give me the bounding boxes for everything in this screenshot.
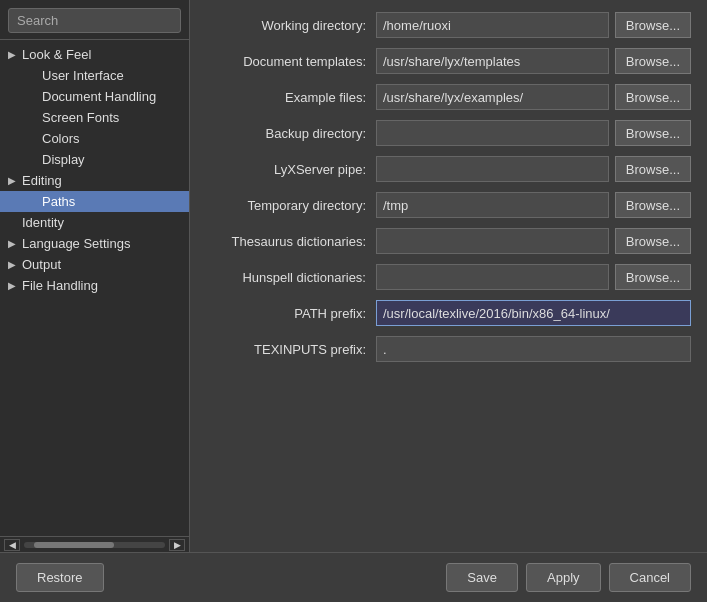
form-row-lyxserver-pipe: LyXServer pipe:Browse...	[206, 156, 691, 182]
sidebar-item-output[interactable]: ▶Output	[0, 254, 189, 275]
search-box	[0, 0, 189, 40]
browse-button-hunspell-dict[interactable]: Browse...	[615, 264, 691, 290]
search-input[interactable]	[8, 8, 181, 33]
form-row-temp-dir: Temporary directory:Browse...	[206, 192, 691, 218]
sidebar-scrollbar: ◀ ▶	[0, 536, 189, 552]
sidebar-label-user-interface: User Interface	[42, 68, 181, 83]
main-layout: ▶Look & FeelUser InterfaceDocument Handl…	[0, 0, 707, 552]
browse-button-example-files[interactable]: Browse...	[615, 84, 691, 110]
browse-button-working-dir[interactable]: Browse...	[615, 12, 691, 38]
sidebar-label-identity: Identity	[22, 215, 181, 230]
sidebar-arrow-look-and-feel: ▶	[8, 49, 22, 60]
form-row-working-dir: Working directory:Browse...	[206, 12, 691, 38]
form-input-path-prefix[interactable]	[376, 300, 691, 326]
sidebar-item-file-handling[interactable]: ▶File Handling	[0, 275, 189, 296]
browse-button-doc-templates[interactable]: Browse...	[615, 48, 691, 74]
sidebar-label-language-settings: Language Settings	[22, 236, 181, 251]
restore-button[interactable]: Restore	[16, 563, 104, 592]
form-label-doc-templates: Document templates:	[206, 54, 376, 69]
sidebar-arrow-file-handling: ▶	[8, 280, 22, 291]
sidebar-label-look-and-feel: Look & Feel	[22, 47, 181, 62]
form-row-path-prefix: PATH prefix:	[206, 300, 691, 326]
sidebar-arrow-output: ▶	[8, 259, 22, 270]
sidebar-label-editing: Editing	[22, 173, 181, 188]
form-input-example-files[interactable]	[376, 84, 609, 110]
sidebar-label-screen-fonts: Screen Fonts	[42, 110, 181, 125]
form-label-backup-dir: Backup directory:	[206, 126, 376, 141]
sidebar: ▶Look & FeelUser InterfaceDocument Handl…	[0, 0, 190, 552]
sidebar-arrow-editing: ▶	[8, 175, 22, 186]
footer-right-buttons: Save Apply Cancel	[446, 563, 691, 592]
form-input-thesaurus-dict[interactable]	[376, 228, 609, 254]
scroll-right-button[interactable]: ▶	[169, 539, 185, 551]
sidebar-label-file-handling: File Handling	[22, 278, 181, 293]
form-label-temp-dir: Temporary directory:	[206, 198, 376, 213]
sidebar-item-document-handling[interactable]: Document Handling	[0, 86, 189, 107]
sidebar-tree: ▶Look & FeelUser InterfaceDocument Handl…	[0, 40, 189, 536]
form-input-hunspell-dict[interactable]	[376, 264, 609, 290]
form-input-temp-dir[interactable]	[376, 192, 609, 218]
sidebar-item-look-and-feel[interactable]: ▶Look & Feel	[0, 44, 189, 65]
sidebar-item-display[interactable]: Display	[0, 149, 189, 170]
form-label-thesaurus-dict: Thesaurus dictionaries:	[206, 234, 376, 249]
content-panel: Working directory:Browse...Document temp…	[190, 0, 707, 552]
sidebar-arrow-language-settings: ▶	[8, 238, 22, 249]
form-input-backup-dir[interactable]	[376, 120, 609, 146]
sidebar-item-screen-fonts[interactable]: Screen Fonts	[0, 107, 189, 128]
form-input-texinputs-prefix[interactable]	[376, 336, 691, 362]
form-label-working-dir: Working directory:	[206, 18, 376, 33]
form-label-path-prefix: PATH prefix:	[206, 306, 376, 321]
sidebar-item-editing[interactable]: ▶Editing	[0, 170, 189, 191]
scroll-track	[24, 542, 165, 548]
form-input-doc-templates[interactable]	[376, 48, 609, 74]
browse-button-temp-dir[interactable]: Browse...	[615, 192, 691, 218]
cancel-button[interactable]: Cancel	[609, 563, 691, 592]
sidebar-label-document-handling: Document Handling	[42, 89, 181, 104]
form-row-hunspell-dict: Hunspell dictionaries:Browse...	[206, 264, 691, 290]
sidebar-label-paths: Paths	[42, 194, 181, 209]
sidebar-label-colors: Colors	[42, 131, 181, 146]
sidebar-label-display: Display	[42, 152, 181, 167]
form-label-hunspell-dict: Hunspell dictionaries:	[206, 270, 376, 285]
sidebar-item-paths[interactable]: Paths	[0, 191, 189, 212]
sidebar-item-colors[interactable]: Colors	[0, 128, 189, 149]
sidebar-item-identity[interactable]: Identity	[0, 212, 189, 233]
form-row-example-files: Example files:Browse...	[206, 84, 691, 110]
browse-button-backup-dir[interactable]: Browse...	[615, 120, 691, 146]
form-input-lyxserver-pipe[interactable]	[376, 156, 609, 182]
form-row-doc-templates: Document templates:Browse...	[206, 48, 691, 74]
browse-button-lyxserver-pipe[interactable]: Browse...	[615, 156, 691, 182]
scroll-thumb	[34, 542, 114, 548]
form-row-texinputs-prefix: TEXINPUTS prefix:	[206, 336, 691, 362]
browse-button-thesaurus-dict[interactable]: Browse...	[615, 228, 691, 254]
save-button[interactable]: Save	[446, 563, 518, 592]
form-input-working-dir[interactable]	[376, 12, 609, 38]
scroll-left-button[interactable]: ◀	[4, 539, 20, 551]
form-label-example-files: Example files:	[206, 90, 376, 105]
apply-button[interactable]: Apply	[526, 563, 601, 592]
sidebar-label-output: Output	[22, 257, 181, 272]
sidebar-item-language-settings[interactable]: ▶Language Settings	[0, 233, 189, 254]
form-row-backup-dir: Backup directory:Browse...	[206, 120, 691, 146]
form-label-lyxserver-pipe: LyXServer pipe:	[206, 162, 376, 177]
form-label-texinputs-prefix: TEXINPUTS prefix:	[206, 342, 376, 357]
footer: Restore Save Apply Cancel	[0, 552, 707, 602]
form-row-thesaurus-dict: Thesaurus dictionaries:Browse...	[206, 228, 691, 254]
sidebar-item-user-interface[interactable]: User Interface	[0, 65, 189, 86]
